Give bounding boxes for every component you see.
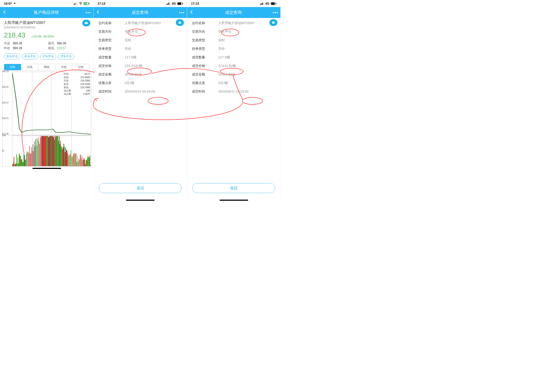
phone-panel-trade-close: 17:13 4G 成交查询 ••• 合约名称人民币账户原油WTI2007 交易方… [187,0,281,202]
product-name: 人民币账户原油WTI2007 [4,20,89,25]
assistant-robot-icon[interactable] [82,20,90,26]
row-contract: 合约名称人民币账户原油WTI2007 [187,19,280,27]
wifi-icon [79,2,82,5]
svg-rect-21 [182,3,183,4]
more-icon[interactable]: ••• [273,10,278,15]
return-button[interactable]: 返回 [99,183,182,193]
more-icon[interactable]: ••• [179,10,185,15]
assistant-robot-icon[interactable] [176,19,184,26]
back-icon[interactable] [96,10,101,16]
status-time: 17:13 [191,2,199,5]
status-bar: 19:07 [0,0,93,7]
svg-point-35 [273,22,273,23]
page-title: 账户商品详情 [7,10,86,15]
open-label: 开盘 [4,42,10,45]
svg-rect-13 [85,23,85,24]
deal-time-value: 2020/04/15 16:23:00 [218,90,276,94]
row-price: 成交价格223.23元/桶 [93,62,187,70]
svg-rect-29 [262,3,263,5]
svg-point-23 [179,22,180,23]
back-icon[interactable] [2,10,7,16]
direction-value: 空头平仓 [218,30,276,34]
short-close-button[interactable]: 空头平仓 [58,53,74,60]
row-time: 成交时间2020/04/15 09:28:04 [93,87,187,96]
direction-value: 空头开仓 [125,30,182,34]
home-indicator[interactable] [126,200,155,201]
svg-rect-30 [263,2,264,5]
price-plot: 时间:16:27 收盘:215.8500 开盘:216.2800 最高:216.… [12,72,91,135]
svg-rect-20 [178,3,181,5]
deal-time-value: 2020/04/15 09:28:04 [125,90,182,94]
intraday-chart[interactable]: 369.28 330.92 292.57 254.21 215.85 时间:16… [0,71,93,167]
row-direction: 交易方向空头开仓 [93,27,187,36]
product-date-range: (2020/04/15-2020/06/16) [4,26,89,29]
nav-bar: 成交查询 ••• [93,7,187,18]
row-trade-type: 交易类型实时 [187,36,280,45]
nav-bar: 账户商品详情 ••• [0,7,93,18]
row-qty: 成交数量117.9桶 [93,53,187,62]
signal-icon [167,2,170,5]
ytick: 292.57 [2,101,9,104]
contract-value: 人民币账户原油WTI2007 [125,21,182,25]
trade-detail-list: 合约名称人民币账户原油WTI2007 交易方向空头平仓 交易类型实时 挂单类型市… [187,18,280,97]
tab-monthly[interactable]: 月线 [55,64,73,70]
row-contract: 合约名称人民币账户原油WTI2007 [93,19,187,27]
assistant-robot-icon[interactable] [269,19,277,26]
vol-ytick: 164 [2,134,6,136]
home-indicator[interactable] [220,200,248,201]
svg-rect-0 [74,4,74,5]
deal-price-value: 223.23元/桶 [125,64,182,68]
tab-minute[interactable]: 分钟 [72,64,89,70]
svg-rect-2 [76,3,76,5]
svg-rect-34 [272,22,275,24]
svg-point-10 [87,23,87,23]
ytick: 254.21 [2,117,9,119]
short-open-button[interactable]: 空头开仓 [40,53,56,60]
status-bar: 17:13 4G [93,0,187,7]
svg-rect-22 [179,22,181,24]
row-direction: 交易方向空头平仓 [187,27,280,36]
row-spread: 优惠点差0元/桶 [93,79,187,87]
battery-icon [84,2,89,5]
svg-point-9 [86,23,86,23]
network-label: 4G [265,2,269,5]
signal-icon [74,2,78,5]
high-label: 最高 [48,42,54,45]
more-icon[interactable]: ••• [86,10,91,15]
vol-ytick: 82 [2,150,4,152]
svg-rect-7 [89,3,89,4]
svg-rect-18 [170,2,170,5]
row-amount: 成交金额26318.82元 [93,70,187,79]
location-arrow-icon [13,2,16,5]
battery-icon [177,2,183,5]
svg-rect-28 [261,3,262,5]
long-close-button[interactable]: 多头平仓 [22,53,38,60]
tab-intraday[interactable]: 分时 [4,64,21,70]
volume-chart[interactable]: 164 82 [2,136,91,167]
price-delta: ↓-150.85 -40.85% [30,35,54,38]
home-indicator[interactable] [32,168,61,169]
svg-rect-8 [85,22,88,24]
chart-tooltip: 时间:16:27 收盘:215.8500 开盘:216.2800 最高:216.… [63,72,91,96]
svg-point-12 [86,21,87,22]
svg-rect-1 [75,3,75,5]
chart-tabs: 分时 日线 周线 月线 分钟 [4,64,89,70]
product-header: 人民币账户原油WTI2007 (2020/04/15-2020/06/16) 2… [0,18,93,62]
tab-weekly[interactable]: 周线 [38,64,55,70]
status-time: 19:07 [4,2,12,5]
trade-action-row: 多头开仓 多头平仓 空头开仓 空头平仓 [4,53,89,60]
trade-detail-list: 合约名称人民币账户原油WTI2007 交易方向空头开仓 交易类型实时 挂单类型市… [93,18,187,97]
phone-panel-detail: 19:07 账户商品详情 ••• 人民币账户原油WTI2007 (2020/04… [0,0,93,202]
row-order-type: 挂单类型市价 [187,45,280,53]
svg-point-36 [274,22,274,23]
row-spread: 优惠点差0元/桶 [187,79,280,87]
long-open-button[interactable]: 多头开仓 [4,53,20,60]
battery-icon [271,2,276,5]
back-icon[interactable] [189,10,194,16]
svg-point-24 [180,22,180,23]
status-time: 17:13 [98,2,105,5]
return-button[interactable]: 返回 [192,183,275,193]
open-value: 369.28 [13,42,45,45]
tab-daily[interactable]: 日线 [21,64,38,70]
svg-rect-32 [271,3,275,5]
